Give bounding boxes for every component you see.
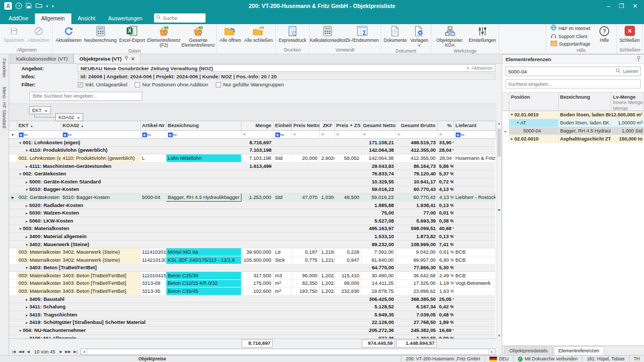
expand-icon[interactable]: ▸ bbox=[26, 204, 28, 208]
collapse-icon[interactable]: ▾ bbox=[26, 266, 28, 270]
group-row[interactable]: ▾001: Lohnkosten (eigen) 8.716,697 171.1… bbox=[9, 139, 495, 147]
prev-page-icon[interactable]: ◀ bbox=[26, 350, 30, 354]
alle-schließen-button[interactable]: Alle schließen bbox=[243, 25, 274, 47]
collapse-icon[interactable]: ▾ bbox=[26, 188, 28, 191]
table-row[interactable]: 003: Materialkosten 3403: Beton [TraBet/… bbox=[9, 279, 495, 287]
expand-icon[interactable]: ▸ bbox=[26, 313, 28, 317]
angebot-field[interactable]: NEUBAU Neue Osnabrücker Zeitung Verwaltu… bbox=[78, 64, 495, 72]
expand-icon[interactable]: ▸ bbox=[26, 180, 28, 184]
filter-checkbox-inkl-umlageartikel[interactable]: ✓Inkl. Umlageartikel bbox=[78, 82, 127, 87]
group-row[interactable]: ▾002: Gerätekosten 76.833,7479.120,40 5,… bbox=[9, 170, 495, 178]
group-row[interactable]: ▾003: Materialkosten 495.163,97598.099,5… bbox=[9, 225, 495, 233]
doc-tab-objektpreise-vt[interactable]: Objektpreise (VT)✕ bbox=[74, 54, 141, 63]
collapse-icon[interactable]: ▾ bbox=[511, 113, 513, 117]
scroll-right-icon[interactable]: ▸ bbox=[488, 349, 495, 354]
dokumente-button[interactable]: Dokumente bbox=[382, 25, 408, 48]
numeric-filter-icon[interactable]: = bbox=[294, 132, 296, 137]
group-row[interactable]: ▸5060: LKW-Kosten 5.527,085.693,39 0,38 … bbox=[9, 217, 495, 225]
group-row[interactable]: ▸3419: Schüttgüter [Straßenbau] Schotter… bbox=[9, 319, 495, 327]
numeric-filter-icon[interactable]: = bbox=[440, 132, 442, 137]
chevron-down-icon[interactable]: ▾ bbox=[46, 4, 48, 8]
vertical-scrollbar[interactable]: ▲ ▼ bbox=[496, 121, 502, 338]
collapse-icon[interactable]: ▾ bbox=[19, 172, 21, 176]
element-filter-input[interactable] bbox=[506, 80, 640, 88]
expand-icon[interactable]: ▸ bbox=[26, 219, 28, 223]
gesamte-elementreferenz-button[interactable]: Gesamte Elementreferenz bbox=[181, 25, 215, 48]
alle-öffnen-button[interactable]: Alle öffnen bbox=[218, 25, 243, 47]
ribbon-tab-auswertungen[interactable]: Auswertungen bbox=[101, 13, 149, 24]
elementreferenz-f2-button[interactable]: Elementreferenz (F2) bbox=[147, 25, 181, 48]
pin-icon[interactable] bbox=[636, 56, 641, 63]
scroll-down-icon[interactable]: ▼ bbox=[497, 334, 501, 337]
group-row[interactable]: ▾004: NU-Nachunternehmer 205.272,36245.3… bbox=[9, 327, 495, 335]
group-row[interactable]: ▸3405: Baustahl 306.425,00368.385,50 25,… bbox=[9, 295, 495, 303]
collapse-icon[interactable]: ▾ bbox=[26, 243, 28, 247]
text-filter-icon[interactable]: abc bbox=[63, 132, 72, 137]
minimize-button[interactable]: – bbox=[607, 3, 610, 10]
h-f-im-internet-link[interactable]: H&F im Internet bbox=[551, 25, 591, 32]
collapse-icon[interactable]: ▾ bbox=[26, 149, 28, 152]
open-folder-icon[interactable] bbox=[35, 3, 42, 9]
doc-tab-kalkulationseditor-vt[interactable]: Kalkulationseditor (VT) bbox=[10, 54, 74, 63]
close-window-button[interactable]: ✕ bbox=[633, 3, 638, 10]
element-search-box[interactable]: Leeren bbox=[506, 67, 641, 76]
group-row[interactable]: ▸5000: Geräte-Kosten Standard 10.329,551… bbox=[9, 178, 495, 186]
expand-icon[interactable]: ▸ bbox=[26, 321, 28, 324]
next-page-icon[interactable]: ▶ bbox=[59, 350, 63, 354]
hilfe-button[interactable]: ?Hilfe bbox=[594, 25, 615, 47]
expand-icon[interactable]: ▸ bbox=[26, 305, 28, 309]
aktivieren-button[interactable]: Aktivieren bbox=[471, 65, 493, 71]
sidebar-item-menue-hf-standard[interactable]: Menü - HF Standard bbox=[2, 87, 7, 128]
scroll-left-icon[interactable]: ◂ bbox=[81, 349, 87, 354]
expressdruck-button[interactable]: Expressdruck bbox=[277, 25, 308, 47]
collapse-ribbon-icon[interactable]: ⌃ bbox=[638, 49, 642, 54]
filter-checkbox-nur-gefüllte-warengruppen[interactable]: Nur gefüllte Warengruppen bbox=[216, 82, 284, 87]
collapse-icon[interactable]: ▾ bbox=[19, 141, 21, 145]
numeric-filter-icon[interactable]: = bbox=[321, 132, 324, 137]
scrollbar-thumb[interactable] bbox=[497, 129, 501, 157]
text-filter-icon[interactable]: abc bbox=[168, 132, 177, 137]
group-row[interactable]: ▸3400: Material allgemein 1.533,101.873,… bbox=[9, 233, 495, 241]
table-row[interactable]: 001: Lohnkosten (ei... 4110: Produktivlo… bbox=[9, 154, 495, 162]
pin-icon[interactable] bbox=[125, 56, 128, 62]
group-row[interactable]: ▾5010: Bagger-Kosten 59.016,2360.770,43 … bbox=[9, 186, 495, 194]
app-logo-icon[interactable]: A bbox=[4, 2, 12, 10]
table-row[interactable]: 003: Materialkosten 3402: Mauerwerk (Ste… bbox=[9, 256, 495, 264]
group-row[interactable]: ▸5020: Radlader-Kosten 1.885,881.938,41 … bbox=[9, 201, 495, 209]
expand-icon[interactable]: ▸ bbox=[26, 165, 28, 168]
collapse-icon[interactable]: ▾ bbox=[517, 121, 519, 125]
schließen-button[interactable]: ×Schließen bbox=[618, 25, 641, 47]
group-chip-koa02[interactable]: KOA02▲ bbox=[55, 113, 83, 121]
col-bezeichnung[interactable]: Bezeichnung bbox=[559, 93, 612, 110]
text-filter-icon[interactable]: abc bbox=[275, 132, 284, 137]
support-client-link[interactable]: Support Client bbox=[551, 33, 591, 40]
group-row[interactable]: ▾3403: Beton [TraBet/FertBet] 64.770,007… bbox=[9, 264, 495, 272]
filter-icon[interactable]: ▼ bbox=[11, 133, 14, 137]
group-row[interactable]: ▾4110: Produktivlohn (gewerblich) 7.103,… bbox=[9, 146, 495, 154]
text-filter-icon[interactable]: abc bbox=[456, 132, 465, 137]
save-icon[interactable] bbox=[26, 3, 32, 10]
element-row[interactable]: ▸02.02.0010 Asphalttragschicht ZTV ... 1… bbox=[502, 135, 644, 143]
horizontal-scrollbar[interactable]: ◂ ▸ bbox=[80, 349, 495, 355]
zk-endsummen-button[interactable]: ΣZk-/Endsummen bbox=[345, 25, 379, 47]
status-user-initials[interactable]: TH bbox=[629, 356, 644, 362]
expand-icon[interactable]: ▸ bbox=[26, 211, 28, 215]
table-row[interactable]: 003: Materialkosten 3403: Beton [TraBet/… bbox=[9, 272, 495, 280]
element-row[interactable]: ▸ 5000-04 Bagger, RH 4.5 Hydraulikba... … bbox=[502, 127, 644, 135]
numeric-filter-icon[interactable]: = bbox=[336, 132, 339, 137]
panel-tab-objektpreisdetails[interactable]: Objektpreisdetails bbox=[504, 346, 553, 355]
ribbon-tab-allgemein[interactable]: Allgemein bbox=[35, 13, 71, 24]
table-row[interactable]: 003: Materialkosten 3403: Beton [TraBet/… bbox=[9, 287, 495, 295]
expand-icon[interactable]: ▸ bbox=[26, 298, 28, 301]
group-row[interactable]: ▸3106: NU-Allgemein 972,361.292,55 0,09 … bbox=[9, 334, 495, 338]
fast-next-icon[interactable]: ▶▶ bbox=[64, 350, 71, 354]
element-row[interactable]: ▾AT Boden lösen, laden BK 3/4 T ... 1,00… bbox=[502, 119, 644, 127]
group-row[interactable]: ▸3411: Schalung 5.128,526.167,34 0,42 % bbox=[9, 303, 495, 311]
panel-tab-elementreferenzen[interactable]: Elementreferenzen bbox=[554, 346, 604, 355]
expand-icon[interactable]: ▸ bbox=[26, 235, 28, 239]
sidebar-item-favoriten[interactable]: Favoriten bbox=[2, 58, 7, 77]
table-row[interactable]: ▸ 002: Gerätekosten 5010: Bagger-Kosten … bbox=[9, 194, 495, 202]
maximize-button[interactable]: ❐ bbox=[619, 3, 624, 10]
numeric-filter-icon[interactable]: = bbox=[398, 132, 400, 137]
last-page-icon[interactable]: ▶| bbox=[73, 350, 78, 354]
